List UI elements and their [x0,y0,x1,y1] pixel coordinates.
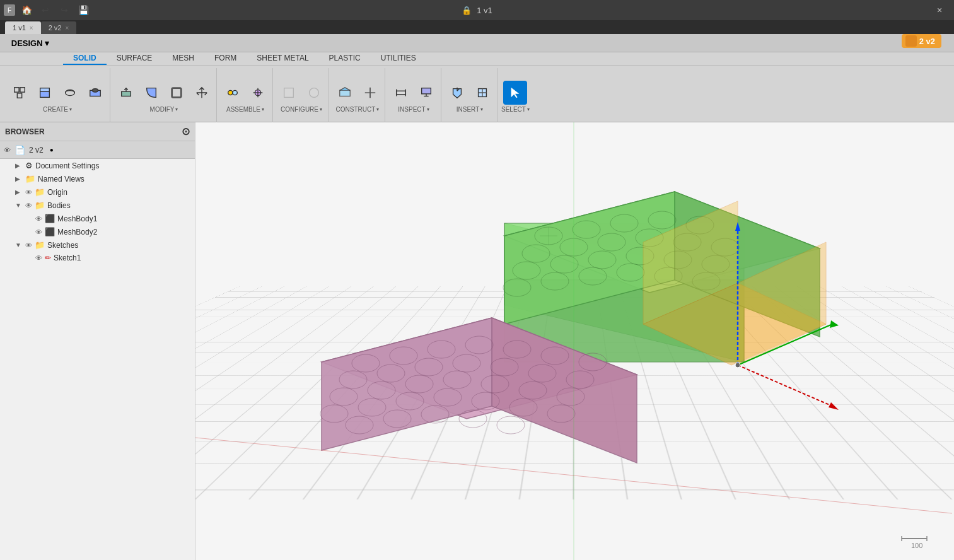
insert-label[interactable]: INSERT ▾ [457,106,484,113]
badge-2v2[interactable]: 2 v2 [902,34,941,48]
modify-label[interactable]: MODIFY ▾ [150,106,178,113]
measure-btn[interactable] [389,81,413,105]
svg-line-99 [738,365,832,406]
browser-item-named-views[interactable]: ▶ 📁 Named Views [0,172,195,185]
s1-eye-icon[interactable]: 👁 [35,254,42,262]
undo-icon[interactable]: ↩ [38,3,53,18]
tab-solid[interactable]: SOLID [63,52,107,65]
construct-dropdown-arrow: ▾ [376,107,379,112]
extrude-btn[interactable] [33,81,57,105]
mb1-eye-icon[interactable]: 👁 [35,215,42,223]
svg-rect-4 [40,88,50,91]
expand-arrow-named-views: ▶ [15,175,23,182]
design-dropdown[interactable]: DESIGN ▾ [5,34,55,52]
inspect-btn2[interactable] [414,81,438,105]
browser-item-document-settings[interactable]: ▶ ⚙ Document Settings [0,159,195,172]
svg-marker-60 [322,318,492,450]
select-label[interactable]: SELECT ▾ [501,106,530,113]
hole-btn[interactable] [83,81,107,105]
home-icon[interactable]: 🏠 [19,3,34,18]
expand-arrow-origin: ▶ [15,189,23,195]
design-label: DESIGN ▾ [11,38,49,48]
mb1-body-icon: ⬛ [45,214,55,223]
tab-1v1-close[interactable]: × [30,25,33,32]
tab-sheet-metal[interactable]: SHEET METAL [247,52,318,65]
meshbody1-label: MeshBody1 [57,214,190,223]
tab-2v2-close[interactable]: × [65,25,69,32]
root-eye-icon[interactable]: 👁 [4,146,11,154]
construct-group: CONSTRUCT ▾ [330,68,385,125]
browser-collapse-btn[interactable]: ⊙ [182,125,190,137]
close-button[interactable]: × [925,0,954,20]
root-expand-icon: ● [50,146,54,153]
expand-arrow-sketches: ▼ [15,242,23,248]
select-dropdown-arrow: ▾ [527,107,530,112]
bodies-label: Bodies [47,201,190,210]
create-dropdown-arrow: ▾ [69,107,72,112]
inspect-label[interactable]: INSPECT ▾ [398,106,429,113]
new-component-btn[interactable] [8,81,32,105]
svg-marker-102 [830,320,839,328]
browser-item-meshbody2[interactable]: 👁 ⬛ MeshBody2 [0,225,195,238]
svg-point-11 [233,90,237,95]
origin-eye-icon[interactable]: 👁 [25,189,32,196]
toolbar: DESIGN ▾ SOLID SURFACE MESH FORM SHEET M… [0,34,954,122]
select-group: SELECT ▾ [499,68,532,125]
root-label: 2 v2 [29,146,44,155]
mb2-eye-icon[interactable]: 👁 [35,228,42,236]
construct-btn2[interactable] [358,81,382,105]
svg-point-93 [497,416,525,434]
insert-dropdown-arrow: ▾ [480,107,483,112]
svg-point-103 [735,363,740,368]
named-views-label: Named Views [38,175,190,184]
save-icon[interactable]: 💾 [76,3,91,18]
title-bar: F 🏠 ↩ ↪ 💾 🔒 1 v1 × [0,0,954,20]
create-label[interactable]: CREATE ▾ [43,106,72,113]
svg-point-16 [310,88,319,97]
construct-btn1[interactable] [333,81,357,105]
s1-sketch-icon: ✏ [45,254,51,262]
shell-btn[interactable] [165,81,189,105]
tab-1v1[interactable]: 1 v1 × [5,21,41,34]
browser-item-sketches[interactable]: ▼ 👁 📁 Sketches [0,238,195,252]
tab-plastic[interactable]: PLASTIC [319,52,371,65]
joint-btn[interactable] [221,81,245,105]
expand-arrow-doc-settings: ▶ [15,162,23,169]
sketches-eye-icon[interactable]: 👁 [25,242,32,249]
inspect-group: INSPECT ▾ [387,68,441,125]
redo-icon[interactable]: ↪ [57,3,72,18]
config-btn1[interactable] [277,81,301,105]
config-btn2[interactable] [302,81,326,105]
tab-utilities[interactable]: UTILITIES [371,52,426,65]
badge-label: 2 v2 [919,37,935,46]
press-pull-btn[interactable] [114,81,138,105]
browser-root-row: 👁 📄 2 v2 ● [0,141,195,159]
construct-label[interactable]: CONSTRUCT ▾ [336,106,380,113]
configure-label[interactable]: CONFIGURE ▾ [281,106,322,113]
browser-item-sketch1[interactable]: 👁 ✏ Sketch1 [0,252,195,264]
viewport[interactable]: 100 [195,122,954,560]
configure-group: CONFIGURE ▾ [274,68,329,125]
browser-item-origin[interactable]: ▶ 👁 📁 Origin [0,185,195,199]
browser-item-bodies[interactable]: ▼ 👁 📁 Bodies [0,199,195,212]
browser-item-meshbody1[interactable]: 👁 ⬛ MeshBody1 [0,212,195,225]
insert-btn1[interactable] [445,81,469,105]
svg-rect-8 [122,91,131,96]
assemble-dropdown-arrow: ▾ [262,107,264,112]
tab-2v2[interactable]: 2 v2 × [41,21,77,34]
assemble-label[interactable]: ASSEMBLE ▾ [226,106,264,113]
fillet-btn[interactable] [139,81,163,105]
tab-form[interactable]: FORM [204,52,247,65]
bodies-eye-icon[interactable]: 👁 [25,202,32,209]
revolve-btn[interactable] [58,81,82,105]
select-btn[interactable] [503,81,527,105]
insert-btn2[interactable] [470,81,494,105]
svg-rect-1 [20,87,25,91]
tab-surface[interactable]: SURFACE [107,52,163,65]
tab-mesh[interactable]: MESH [162,52,204,65]
joint-origin-btn[interactable] [246,81,270,105]
document-title: 1 v1 [477,6,492,15]
badge-cube-icon [905,35,917,47]
tab-bar: 1 v1 × 2 v2 × [0,20,954,34]
move-btn[interactable] [190,81,214,105]
